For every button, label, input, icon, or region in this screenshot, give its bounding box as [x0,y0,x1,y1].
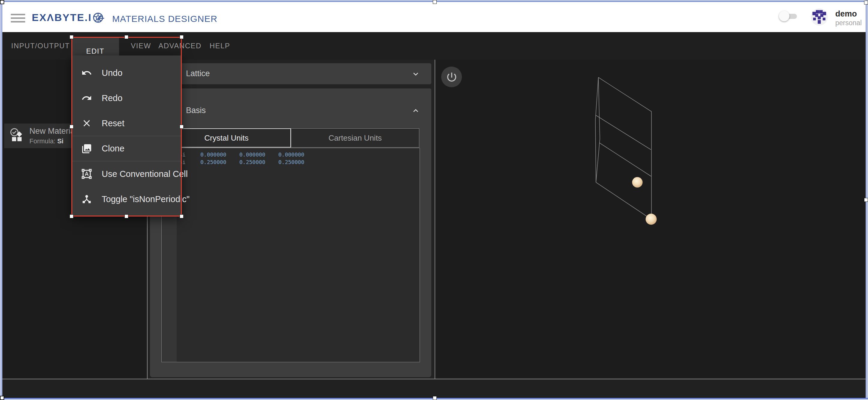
menu-tab-input-output[interactable]: INPUT/OUTPUT [12,32,69,60]
materials-designer-app: EXΛBYTE.I MATERIALS DESIGNER [0,0,868,400]
conventional-cell-icon [81,168,92,179]
power-icon [446,71,458,83]
username-label: demo [835,9,857,19]
menu-tab-help[interactable]: HELP [209,32,230,60]
menu-item-reset[interactable]: Reset [72,111,182,136]
account-type-label: personal [835,19,862,27]
menu-item-clone[interactable]: Clone [72,136,182,161]
clone-icon [81,143,92,154]
non-periodic-icon [81,194,92,205]
selection-handle[interactable] [180,125,184,129]
tab-cartesian-units[interactable]: Cartesian Units [291,128,419,148]
reset-icon [81,118,92,129]
basis-accordion: Basis Crystal Units Cartesian Units Si 0… [150,88,431,377]
app-header: EXΛBYTE.I MATERIALS DESIGNER [0,2,868,32]
identicon-image [811,8,828,26]
atom-si-2[interactable] [646,214,657,225]
capture-handle-top[interactable] [433,0,437,4]
menu-item-use-conventional-cell[interactable]: Use Conventional Cell [72,161,182,186]
switch-thumb [779,11,789,21]
menu-item-redo[interactable]: Redo [72,86,182,111]
viewer-power-button[interactable] [441,67,462,87]
selection-handle[interactable] [180,214,184,218]
selection-handle[interactable] [124,35,128,39]
crystal-scene[interactable] [435,60,866,379]
selection-handle[interactable] [70,35,73,39]
menu-item-undo[interactable]: Undo [72,60,182,86]
capture-handle-right[interactable] [864,198,868,202]
chevron-up-icon[interactable] [411,106,421,116]
capture-frame-left [0,0,2,400]
capture-handle-bottom[interactable] [433,396,437,400]
exabyte-logo[interactable]: EXΛBYTE.I [32,12,104,23]
material-check-icon [8,127,25,144]
unit-cell-wireframe [595,78,651,219]
atom-si-1[interactable] [632,177,643,188]
logo-text: EXΛBYTE.I [32,12,92,23]
hamburger-menu-icon[interactable] [11,14,25,23]
undo-icon [81,67,92,78]
capture-corner-handle-bottom-left[interactable] [0,396,4,400]
redo-icon [81,93,92,103]
capture-corner-handle[interactable] [0,0,4,4]
lattice-accordion[interactable]: Lattice [150,63,431,84]
capture-handle-top-right[interactable] [864,1,868,4]
selection-handle[interactable] [70,214,73,218]
selection-handle[interactable] [124,214,128,218]
menu-item-toggle-isnonperiodic[interactable]: Toggle "isNonPeriodic" [72,186,182,212]
column-divider [435,60,435,379]
basis-code-editor[interactable]: Si 0.000000 0.000000 0.000000 Si 0.25000… [161,148,420,362]
back-arrow-icon[interactable] [95,13,106,23]
basis-title[interactable]: Basis [186,106,206,115]
selection-handle[interactable] [70,125,73,129]
theme-toggle-switch[interactable] [779,12,797,21]
units-tab-bar: Crystal Units Cartesian Units [162,128,419,148]
selection-handle[interactable] [180,35,184,39]
basis-row: Si 0.000000 0.000000 0.000000 [162,151,420,158]
edit-dropdown-menu: Undo Redo Reset Clone Use Conventional C… [72,56,182,216]
lattice-title: Lattice [186,69,210,78]
chevron-down-icon[interactable] [411,69,421,79]
material-formula: Formula: Si [29,137,77,145]
page-title: MATERIALS DESIGNER [112,14,217,24]
basis-row: Si 0.250000 0.250000 0.250000 [162,158,420,166]
footer-strip [0,379,868,398]
user-avatar[interactable] [811,8,828,26]
